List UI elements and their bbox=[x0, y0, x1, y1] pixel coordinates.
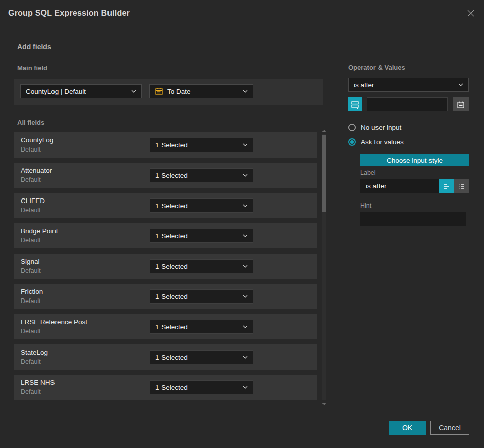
calendar-icon bbox=[155, 87, 163, 95]
radio-circle-icon bbox=[348, 138, 356, 146]
hint-input[interactable] bbox=[360, 212, 466, 226]
field-selection-dropdown[interactable]: 1 Selected bbox=[150, 320, 253, 334]
align-left-icon bbox=[443, 182, 450, 190]
chevron-down-icon bbox=[243, 204, 248, 207]
bulleted-list-icon bbox=[458, 182, 465, 190]
main-field-select[interactable]: CountyLog | Default bbox=[20, 84, 142, 98]
close-button[interactable] bbox=[465, 7, 477, 19]
field-selection-value: 1 Selected bbox=[155, 323, 188, 331]
all-fields-list: CountyLog Default 1 Selected Attenuator … bbox=[14, 132, 317, 405]
field-selection-value: 1 Selected bbox=[155, 172, 188, 179]
choose-input-style-button[interactable]: Choose input style bbox=[360, 154, 469, 166]
value-row bbox=[348, 97, 469, 111]
date-type-select-value: To Date bbox=[167, 88, 191, 95]
field-selection-dropdown[interactable]: 1 Selected bbox=[150, 168, 253, 182]
ok-button[interactable]: OK bbox=[389, 421, 426, 435]
scroll-up-icon bbox=[322, 130, 326, 132]
field-selection-dropdown[interactable]: 1 Selected bbox=[150, 289, 253, 304]
radio-circle-icon bbox=[348, 124, 356, 131]
field-selection-value: 1 Selected bbox=[155, 202, 188, 210]
chevron-down-icon bbox=[243, 265, 248, 268]
chevron-down-icon bbox=[243, 325, 248, 328]
hint-caption: Hint bbox=[360, 202, 371, 209]
values-list-icon bbox=[351, 100, 359, 109]
field-selection-value: 1 Selected bbox=[155, 263, 188, 270]
main-field-panel: CountyLog | Default To Date bbox=[14, 79, 323, 105]
group-sql-expression-builder-dialog: Group SQL Expression Builder Add fields … bbox=[0, 0, 484, 448]
single-line-style-toggle[interactable] bbox=[439, 179, 454, 193]
calendar-icon bbox=[457, 101, 465, 109]
main-field-select-value: CountyLog | Default bbox=[26, 88, 86, 95]
chevron-down-icon bbox=[243, 174, 248, 177]
chevron-down-icon bbox=[243, 356, 248, 359]
chevron-down-icon bbox=[243, 386, 248, 389]
field-selection-dropdown[interactable]: 1 Selected bbox=[150, 138, 253, 152]
field-row: LRSE NHS Default 1 Selected bbox=[14, 375, 317, 400]
chevron-down-icon bbox=[243, 295, 248, 298]
field-row: CountyLog Default 1 Selected bbox=[14, 132, 317, 158]
chevron-down-icon bbox=[243, 143, 248, 146]
field-row: Signal Default 1 Selected bbox=[14, 254, 317, 279]
date-type-select[interactable]: To Date bbox=[149, 84, 253, 98]
chevron-down-icon bbox=[243, 90, 248, 93]
field-selection-value: 1 Selected bbox=[155, 141, 188, 149]
scroll-down-button[interactable] bbox=[321, 401, 327, 406]
field-row: LRSE Reference Post Default 1 Selected bbox=[14, 314, 317, 339]
chevron-down-icon bbox=[458, 83, 463, 86]
radio-no-user-input[interactable]: No user input bbox=[348, 124, 401, 131]
scroll-down-icon bbox=[322, 403, 326, 405]
field-row: StateLog Default 1 Selected bbox=[14, 344, 317, 370]
label-caption: Label bbox=[360, 169, 376, 176]
field-row: Friction Default 1 Selected bbox=[14, 284, 317, 309]
field-selection-dropdown[interactable]: 1 Selected bbox=[150, 198, 253, 213]
field-selection-dropdown[interactable]: 1 Selected bbox=[150, 259, 253, 273]
field-row: Bridge Point Default 1 Selected bbox=[14, 223, 317, 248]
radio-label: No user input bbox=[361, 124, 401, 131]
field-row: Attenuator Default 1 Selected bbox=[14, 163, 317, 188]
close-icon bbox=[467, 9, 475, 17]
dialog-title: Group SQL Expression Builder bbox=[8, 9, 130, 18]
operator-select[interactable]: is after bbox=[348, 78, 469, 92]
unique-values-button[interactable] bbox=[348, 97, 362, 111]
all-fields-label: All fields bbox=[17, 119, 44, 126]
main-field-label: Main field bbox=[17, 64, 47, 72]
radio-label: Ask for values bbox=[361, 138, 404, 146]
field-selection-dropdown[interactable]: 1 Selected bbox=[150, 229, 253, 243]
chevron-down-icon bbox=[131, 90, 136, 93]
operator-select-value: is after bbox=[354, 81, 374, 89]
label-input[interactable] bbox=[360, 179, 439, 193]
field-selection-dropdown[interactable]: 1 Selected bbox=[150, 380, 253, 394]
operator-values-heading: Operator & Values bbox=[348, 64, 405, 71]
field-selection-value: 1 Selected bbox=[155, 354, 188, 361]
scroll-up-button[interactable] bbox=[321, 128, 327, 133]
panel-divider bbox=[335, 58, 335, 406]
value-input[interactable] bbox=[367, 97, 448, 111]
scrollbar-thumb[interactable] bbox=[322, 135, 326, 212]
field-selection-value: 1 Selected bbox=[155, 232, 188, 240]
add-fields-heading: Add fields bbox=[17, 43, 51, 51]
dialog-header: Group SQL Expression Builder bbox=[0, 0, 484, 26]
cancel-button[interactable]: Cancel bbox=[430, 421, 469, 435]
fields-list-scrollbar[interactable] bbox=[321, 128, 327, 406]
list-style-toggle[interactable] bbox=[454, 179, 469, 193]
field-row: CLIFED Default 1 Selected bbox=[14, 193, 317, 218]
field-selection-value: 1 Selected bbox=[155, 384, 188, 391]
field-selection-dropdown[interactable]: 1 Selected bbox=[150, 350, 253, 364]
date-picker-button[interactable] bbox=[453, 97, 469, 111]
field-selection-value: 1 Selected bbox=[155, 293, 188, 301]
radio-ask-for-values[interactable]: Ask for values bbox=[348, 138, 404, 146]
chevron-down-icon bbox=[243, 234, 248, 237]
